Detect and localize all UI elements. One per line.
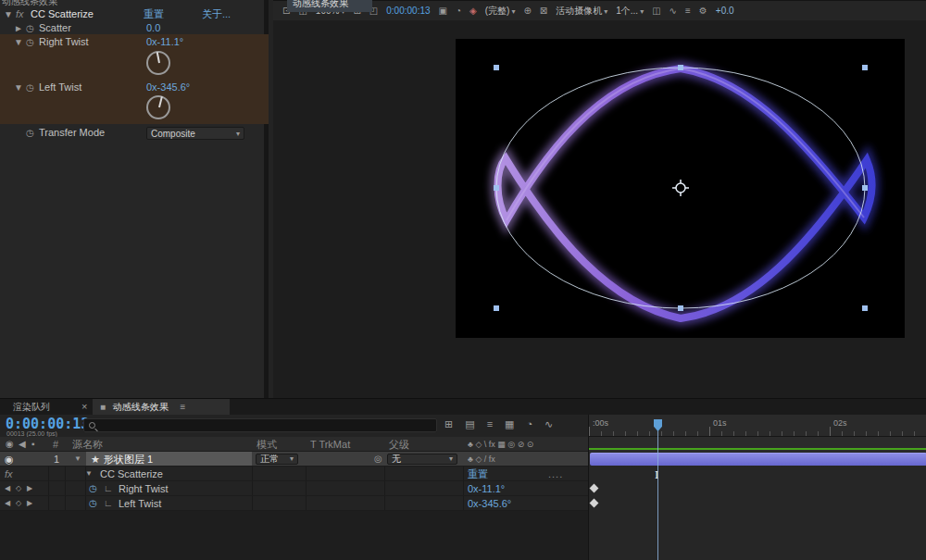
hide-shy-icon[interactable]: ≡: [487, 418, 493, 430]
region-of-interest-icon[interactable]: ⊕: [523, 6, 531, 16]
collapse-triangle-icon[interactable]: ▼: [14, 81, 23, 94]
keyframe-toggle-icon[interactable]: ◇: [16, 496, 21, 511]
resolution-menu[interactable]: (完整)▾: [485, 5, 516, 18]
property-value[interactable]: 0x-11.1°: [468, 481, 505, 496]
next-keyframe-icon[interactable]: ▶: [27, 496, 32, 511]
camera-view-menu[interactable]: 活动摄像机▾: [556, 5, 607, 18]
effect-expander-icon[interactable]: ▼: [85, 467, 93, 481]
ellipse-path[interactable]: [496, 68, 865, 308]
comp-mini-flowchart-icon[interactable]: ⊞: [444, 418, 453, 430]
tab-render-queue[interactable]: 渲染队列: [0, 399, 63, 415]
frame-info: 00013 (25.00 fps): [6, 430, 57, 437]
timeline-track-area[interactable]: :00s 01s 02s I: [588, 415, 926, 560]
stopwatch-icon[interactable]: ◷: [26, 21, 34, 35]
left-twist-dial[interactable]: [146, 95, 170, 119]
effect-reset-link[interactable]: 重置: [468, 467, 488, 481]
selected-properties-highlight: ▼ ◷ Right Twist 0x-11.1° ▼ ◷ Left Twist …: [0, 34, 269, 124]
handle-bottom-left[interactable]: [494, 305, 499, 311]
viewer-tab[interactable]: 动感线条效果: [287, 0, 372, 12]
fast-preview-icon[interactable]: ∿: [669, 6, 677, 16]
stopwatch-icon[interactable]: ◷: [89, 496, 97, 511]
handle-top-left[interactable]: [494, 65, 499, 70]
stopwatch-icon[interactable]: ◷: [26, 81, 34, 94]
stopwatch-icon[interactable]: ◷: [89, 481, 97, 496]
column-mode[interactable]: 模式: [257, 437, 277, 452]
property-row-right-twist[interactable]: ◀ ◇ ▶ ◷ ∟ Right Twist 0x-11.1°: [0, 481, 588, 496]
timeline-button-icon[interactable]: ≡: [685, 6, 691, 16]
panel-menu-icon[interactable]: ≡: [181, 402, 186, 412]
property-label[interactable]: Left Twist: [119, 496, 161, 511]
about-link[interactable]: 关于...: [202, 7, 231, 21]
stopwatch-icon[interactable]: ◷: [26, 35, 34, 49]
graph-toggle-icon[interactable]: ∟: [104, 496, 113, 511]
effect-controls-panel-tab[interactable]: 动感线条效果: [2, 0, 57, 6]
pixel-aspect-icon[interactable]: ◫: [652, 6, 660, 16]
handle-bottom-right[interactable]: [862, 305, 868, 311]
channels-icon[interactable]: ◈: [469, 6, 477, 16]
right-twist-dial[interactable]: [146, 51, 170, 75]
motion-blur-icon[interactable]: ◔: [526, 418, 532, 430]
property-label[interactable]: Right Twist: [119, 481, 169, 496]
view-layout-menu[interactable]: 1个...▾: [616, 5, 644, 18]
right-twist-value[interactable]: 0x-11.1°: [146, 35, 183, 49]
fx-badge-icon: fx: [16, 7, 24, 21]
playhead-line: [657, 419, 658, 560]
fx-badge-icon[interactable]: fx: [5, 467, 13, 481]
handle-top-center[interactable]: [678, 65, 683, 70]
time-ruler[interactable]: :00s 01s 02s: [589, 415, 926, 437]
reset-link[interactable]: 重置: [144, 7, 164, 21]
transfer-mode-dropdown[interactable]: Composite ▾: [146, 127, 244, 140]
column-trkmat[interactable]: T TrkMat: [310, 437, 350, 452]
graph-toggle-icon[interactable]: ∟: [104, 481, 113, 496]
tab-composition[interactable]: ■ 动感线条效果 ≡: [93, 399, 230, 415]
draft-3d-icon[interactable]: ▤: [465, 418, 474, 430]
frame-blending-icon[interactable]: ▦: [505, 418, 514, 430]
snapshot-icon[interactable]: ▣: [439, 6, 447, 16]
property-value[interactable]: 0x-345.6°: [468, 496, 511, 511]
layer-switches[interactable]: ♣ ◇ / fx: [468, 452, 495, 467]
next-keyframe-icon[interactable]: ▶: [27, 481, 32, 496]
anchor-point-icon[interactable]: [672, 180, 689, 196]
scatter-row: ► ◷ Scatter 0.0: [0, 21, 269, 35]
eye-icon[interactable]: ◉: [5, 452, 14, 467]
draft-quality-icon[interactable]: ◔: [456, 6, 461, 16]
effect-name[interactable]: CC Scatterize: [31, 7, 94, 21]
collapse-triangle-icon[interactable]: ▼: [4, 7, 13, 21]
exposure-gear-icon[interactable]: ⚙: [699, 6, 707, 16]
viewer-current-time[interactable]: 0:00:00:13: [386, 6, 430, 16]
handle-mid-left[interactable]: [494, 185, 499, 191]
keyframe-diamond[interactable]: [590, 484, 599, 493]
layer-name[interactable]: 形状图层 1: [104, 452, 153, 467]
effect-group-name[interactable]: CC Scatterize: [100, 467, 163, 481]
handle-mid-right[interactable]: [862, 185, 868, 191]
property-row-left-twist[interactable]: ◀ ◇ ▶ ◷ ∟ Left Twist 0x-345.6°: [0, 496, 588, 511]
handle-top-right[interactable]: [862, 65, 868, 70]
lock-column-icon: ▪: [31, 437, 35, 452]
exposure-value[interactable]: +0.0: [716, 6, 734, 16]
prev-keyframe-icon[interactable]: ◀: [5, 496, 10, 511]
pick-whip-icon[interactable]: ◎: [374, 452, 382, 467]
selection-handles[interactable]: [494, 65, 868, 311]
expand-triangle-icon[interactable]: ►: [14, 21, 23, 35]
timeline-tab-bar: 渲染队列 × ■ 动感线条效果 ≡: [0, 399, 926, 415]
column-parent[interactable]: 父级: [389, 437, 409, 452]
handle-bottom-center[interactable]: [678, 305, 683, 311]
blend-mode-dropdown[interactable]: 正常 ▾: [256, 454, 298, 465]
effect-group-row[interactable]: fx ▼ CC Scatterize 重置 ....: [0, 467, 588, 481]
collapse-triangle-icon[interactable]: ▼: [14, 35, 23, 49]
composition-canvas[interactable]: [456, 39, 905, 338]
parent-dropdown[interactable]: 无 ▾: [387, 454, 457, 465]
keyframe-diamond[interactable]: [590, 499, 599, 508]
layer-row[interactable]: ◉ 1 ▼ ★ 形状图层 1 正常 ▾ ◎ 无 ▾ ♣ ◇ / fx: [0, 452, 588, 467]
scatter-value[interactable]: 0.0: [146, 21, 160, 35]
keyframe-toggle-icon[interactable]: ◇: [16, 481, 21, 496]
column-source-name[interactable]: 源名称: [72, 437, 103, 452]
left-twist-value[interactable]: 0x-345.6°: [146, 81, 190, 94]
layer-expander-icon[interactable]: ▼: [74, 452, 81, 467]
close-icon[interactable]: ×: [81, 399, 87, 415]
timeline-search-input[interactable]: [83, 418, 437, 432]
graph-editor-icon[interactable]: ∿: [544, 418, 553, 430]
transparency-grid-icon[interactable]: ⊠: [540, 6, 547, 16]
layer-duration-bar[interactable]: [590, 453, 926, 466]
prev-keyframe-icon[interactable]: ◀: [5, 481, 10, 496]
